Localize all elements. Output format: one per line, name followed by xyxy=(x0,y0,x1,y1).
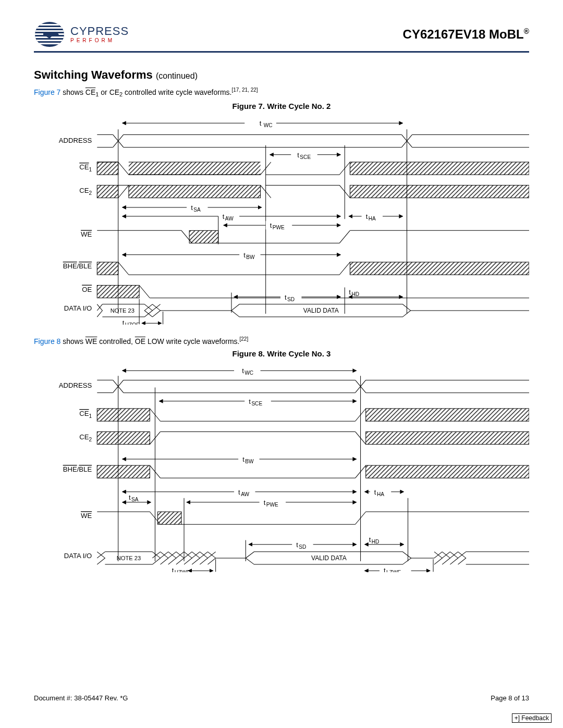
svg-rect-120 xyxy=(366,432,529,445)
svg-rect-71 xyxy=(97,286,139,298)
svg-text:SD: SD xyxy=(299,544,306,550)
page-footer: Document #: 38-05447 Rev. *G Page 8 of 1… xyxy=(34,694,529,702)
figure7-diagram: t WC ADDRESS tSCE CE1 CE2 xyxy=(34,114,529,324)
svg-rect-4 xyxy=(34,30,66,32)
svg-rect-8 xyxy=(34,43,66,44)
svg-text:VALID DATA: VALID DATA xyxy=(303,307,339,314)
svg-rect-69 xyxy=(350,262,529,275)
svg-text:t: t xyxy=(123,319,125,325)
svg-rect-2 xyxy=(34,24,66,26)
svg-text:SD: SD xyxy=(287,297,295,302)
doc-number: Document #: 38-05447 Rev. *G xyxy=(34,694,128,702)
svg-rect-126 xyxy=(97,465,150,478)
svg-text:HZWE: HZWE xyxy=(175,570,190,572)
figure8-diagram: tWC ADDRESS tSCE CE1 CE2 tBW B xyxy=(34,361,529,572)
figure7-title: Figure 7. Write Cycle No. 2 xyxy=(34,102,529,110)
svg-text:t: t xyxy=(249,398,251,405)
svg-text:BW: BW xyxy=(246,254,255,260)
logo-text: CYPRESS xyxy=(70,26,129,37)
figure7-link[interactable]: Figure 7 xyxy=(34,88,60,96)
svg-text:t: t xyxy=(172,567,174,572)
svg-text:CE1: CE1 xyxy=(79,410,92,419)
svg-text:WC: WC xyxy=(264,123,273,129)
figure8-title: Figure 8. Write Cycle No. 3 xyxy=(34,349,529,358)
svg-text:HA: HA xyxy=(377,491,384,497)
svg-text:t: t xyxy=(297,151,299,159)
svg-rect-3 xyxy=(34,27,66,29)
svg-rect-118 xyxy=(97,432,150,445)
svg-rect-128 xyxy=(366,465,529,478)
svg-text:VALID DATA: VALID DATA xyxy=(311,554,347,562)
svg-text:AW: AW xyxy=(241,491,249,497)
svg-rect-29 xyxy=(97,162,118,175)
svg-text:t: t xyxy=(349,288,351,296)
svg-text:t: t xyxy=(223,213,225,221)
feedback-button[interactable]: +] Feedback xyxy=(512,713,552,723)
svg-text:t: t xyxy=(374,488,376,496)
svg-text:BHE/BLE: BHE/BLE xyxy=(63,263,92,270)
svg-text:t: t xyxy=(129,493,131,501)
svg-rect-31 xyxy=(129,162,261,175)
svg-text:HD: HD xyxy=(372,539,380,545)
svg-text:OE: OE xyxy=(82,286,92,293)
svg-text:t: t xyxy=(369,536,371,544)
svg-text:t: t xyxy=(285,293,287,301)
svg-text:ADDRESS: ADDRESS xyxy=(59,137,92,144)
svg-text:t: t xyxy=(296,541,298,549)
svg-text:SA: SA xyxy=(131,497,139,502)
svg-text:t: t xyxy=(191,204,193,212)
svg-text:AW: AW xyxy=(225,216,234,222)
page-number: Page 8 of 13 xyxy=(491,694,529,702)
svg-rect-39 xyxy=(350,186,529,198)
svg-text:DATA I/O: DATA I/O xyxy=(64,304,92,312)
cypress-logo-icon xyxy=(34,21,66,48)
svg-text:WE: WE xyxy=(81,231,92,239)
svg-text:LZWE: LZWE xyxy=(386,570,401,572)
svg-text:t: t xyxy=(243,251,246,259)
svg-rect-67 xyxy=(97,262,118,275)
svg-text:BHE/BLE: BHE/BLE xyxy=(63,466,92,474)
figure8-link[interactable]: Figure 8 xyxy=(34,337,60,345)
svg-text:CE2: CE2 xyxy=(79,187,92,196)
svg-text:t: t xyxy=(270,222,272,230)
svg-text:CE2: CE2 xyxy=(79,433,92,442)
svg-text:t: t xyxy=(238,488,240,496)
svg-text:t: t xyxy=(384,567,386,572)
svg-text:SCE: SCE xyxy=(251,401,262,406)
svg-rect-7 xyxy=(34,40,66,41)
svg-text:t: t xyxy=(242,367,244,375)
figure8-intro: Figure 8 shows WE controlled, OE LOW wri… xyxy=(34,336,529,346)
logo: CYPRESS PERFORM xyxy=(34,21,129,48)
svg-text:t: t xyxy=(264,499,266,507)
svg-text:NOTE 23: NOTE 23 xyxy=(117,555,141,561)
svg-text:PWE: PWE xyxy=(273,225,285,231)
svg-text:CE1: CE1 xyxy=(79,164,92,173)
svg-text:SCE: SCE xyxy=(300,154,311,160)
figure7-intro: Figure 7 shows CE1 or CE2 controlled wri… xyxy=(34,87,529,97)
svg-text:HA: HA xyxy=(369,216,376,222)
svg-text:t: t xyxy=(366,213,368,221)
svg-rect-33 xyxy=(350,162,529,175)
svg-rect-36 xyxy=(129,186,261,198)
svg-rect-114 xyxy=(97,409,150,421)
svg-rect-147 xyxy=(158,512,181,524)
svg-text:HZOE: HZOE xyxy=(125,323,140,325)
svg-text:ADDRESS: ADDRESS xyxy=(59,381,92,389)
svg-text:WC: WC xyxy=(244,371,253,376)
part-number: CY62167EV18 MoBL® xyxy=(403,27,529,42)
svg-text:WE: WE xyxy=(81,512,92,520)
svg-rect-58 xyxy=(189,231,218,243)
svg-rect-116 xyxy=(366,409,529,421)
page-header: CYPRESS PERFORM CY62167EV18 MoBL® xyxy=(34,21,529,53)
svg-text:DATA I/O: DATA I/O xyxy=(64,552,92,560)
svg-text:SA: SA xyxy=(193,207,201,213)
svg-text:BW: BW xyxy=(245,459,254,464)
section-title: Switching Waveforms (continued) xyxy=(34,68,529,82)
svg-text:t: t xyxy=(242,455,244,463)
svg-text:HD: HD xyxy=(351,291,359,297)
svg-text:PWE: PWE xyxy=(266,502,278,508)
logo-subtext: PERFORM xyxy=(70,38,129,43)
svg-text:NOTE 23: NOTE 23 xyxy=(111,307,134,314)
svg-rect-35 xyxy=(97,186,118,198)
